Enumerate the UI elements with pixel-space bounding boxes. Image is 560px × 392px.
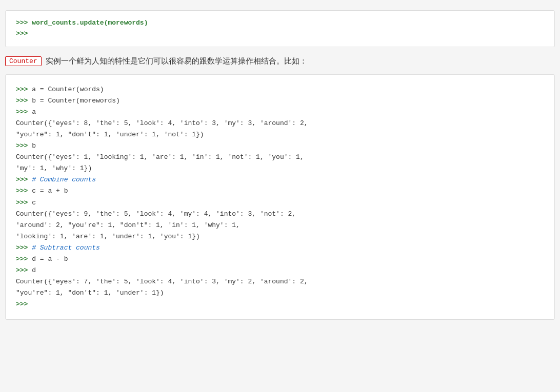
output: 'around': 2, "you're": 1, "don't": 1, 'i…	[16, 221, 240, 229]
output-line-2: "you're": 1, "don't": 1, 'under': 1, 'no…	[16, 129, 544, 140]
main-code-block: >>> a = Counter(words) >>> b = Counter(m…	[5, 74, 555, 320]
prompt: >>>	[16, 300, 28, 308]
code: d	[32, 266, 36, 274]
output: Counter({'eyes': 1, 'looking': 1, 'are':…	[16, 153, 304, 161]
output: "you're": 1, "don't": 1, 'under': 1, 'no…	[16, 131, 204, 138]
code-line-3: >>> a	[16, 107, 544, 118]
output: "you're": 1, "don't": 1, 'under': 1})	[16, 289, 164, 297]
output: Counter({'eyes': 7, 'the': 5, 'look': 4,…	[16, 278, 308, 285]
output-line-8: Counter({'eyes': 7, 'the': 5, 'look': 4,…	[16, 276, 544, 287]
prompt: >>>	[16, 176, 32, 183]
prompt-2: >>>	[16, 30, 28, 37]
code: a	[32, 108, 36, 116]
output-line-9: "you're": 1, "don't": 1, 'under': 1})	[16, 287, 544, 299]
code-line-5: >>> # Combine counts	[16, 174, 544, 185]
output: Counter({'eyes': 9, 'the': 5, 'look': 4,…	[16, 210, 296, 218]
code-line-1: >>> a = Counter(words)	[16, 84, 544, 95]
output-line-7: 'looking': 1, 'are': 1, 'under': 1, 'you…	[16, 231, 544, 242]
prompt: >>>	[16, 108, 32, 116]
prompt: >>>	[16, 142, 32, 150]
output-line-6: 'around': 2, "you're": 1, "don't": 1, 'i…	[16, 220, 544, 231]
prompt: >>>	[16, 187, 32, 195]
code: d = a - b	[32, 255, 68, 263]
page-wrapper: >>> word_counts.update(morewords) >>> Co…	[0, 5, 560, 325]
output: 'looking': 1, 'are': 1, 'under': 1, 'you…	[16, 233, 200, 240]
description-line: Counter 实例一个鲜为人知的特性是它们可以很容易的跟数学运算操作相结合。比…	[5, 56, 555, 66]
prompt: >>>	[16, 255, 32, 263]
code-line-8: >>> # Subtract counts	[16, 242, 544, 254]
prompt: >>>	[16, 244, 32, 252]
code: c = a + b	[32, 187, 68, 195]
output-line-3: Counter({'eyes': 1, 'looking': 1, 'are':…	[16, 152, 544, 163]
top-code-block: >>> word_counts.update(morewords) >>>	[5, 10, 555, 47]
code: b	[32, 142, 36, 150]
prompt: >>>	[16, 266, 32, 274]
prompt: >>>	[16, 97, 32, 105]
prompt-1: >>> word_counts.update(morewords)	[16, 19, 148, 27]
comment: # Combine counts	[32, 176, 96, 183]
prompt: >>>	[16, 199, 32, 207]
output: Counter({'eyes': 8, 'the': 5, 'look': 4,…	[16, 119, 308, 127]
description-text: 实例一个鲜为人知的特性是它们可以很容易的跟数学运算操作相结合。比如：	[46, 56, 307, 66]
prompt: >>>	[16, 86, 32, 93]
code-line-4: >>> b	[16, 140, 544, 152]
top-code-line2: >>>	[16, 29, 544, 39]
code-line-11: >>>	[16, 299, 544, 310]
comment: # Subtract counts	[32, 244, 100, 252]
code-line-7: >>> c	[16, 197, 544, 209]
code-line-6: >>> c = a + b	[16, 185, 544, 197]
code-line-2: >>> b = Counter(morewords)	[16, 95, 544, 107]
code-line-9: >>> d = a - b	[16, 254, 544, 265]
output-line-5: Counter({'eyes': 9, 'the': 5, 'look': 4,…	[16, 209, 544, 220]
output-line-4: 'my': 1, 'why': 1})	[16, 163, 544, 174]
output-line-1: Counter({'eyes': 8, 'the': 5, 'look': 4,…	[16, 118, 544, 129]
code: b = Counter(morewords)	[32, 97, 120, 105]
code: a = Counter(words)	[32, 86, 104, 93]
code-line-10: >>> d	[16, 265, 544, 276]
top-code-line1: >>> word_counts.update(morewords)	[16, 18, 544, 29]
counter-badge: Counter	[5, 56, 42, 66]
code: c	[32, 199, 36, 207]
output: 'my': 1, 'why': 1})	[16, 164, 92, 172]
